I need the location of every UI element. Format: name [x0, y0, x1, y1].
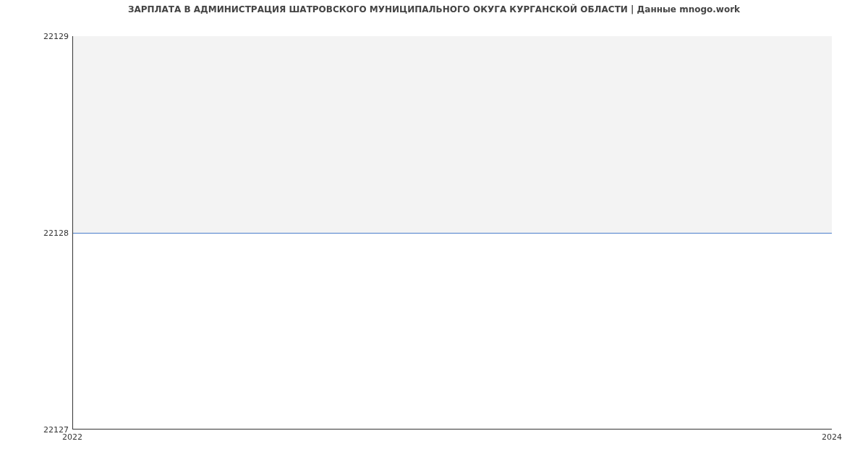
chart-title: ЗАРПЛАТА В АДМИНИСТРАЦИЯ ШАТРОВСКОГО МУН…: [0, 4, 868, 14]
y-tick-label: 22129: [4, 32, 69, 41]
data-line: [73, 233, 832, 234]
shaded-region: [73, 36, 832, 233]
x-tick-label: 2024: [822, 432, 842, 442]
plot-area: [72, 36, 832, 430]
chart-container: ЗАРПЛАТА В АДМИНИСТРАЦИЯ ШАТРОВСКОГО МУН…: [0, 0, 868, 470]
x-tick-label: 2022: [62, 432, 82, 442]
y-tick-label: 22128: [4, 228, 69, 238]
y-tick-label: 22127: [4, 425, 69, 435]
